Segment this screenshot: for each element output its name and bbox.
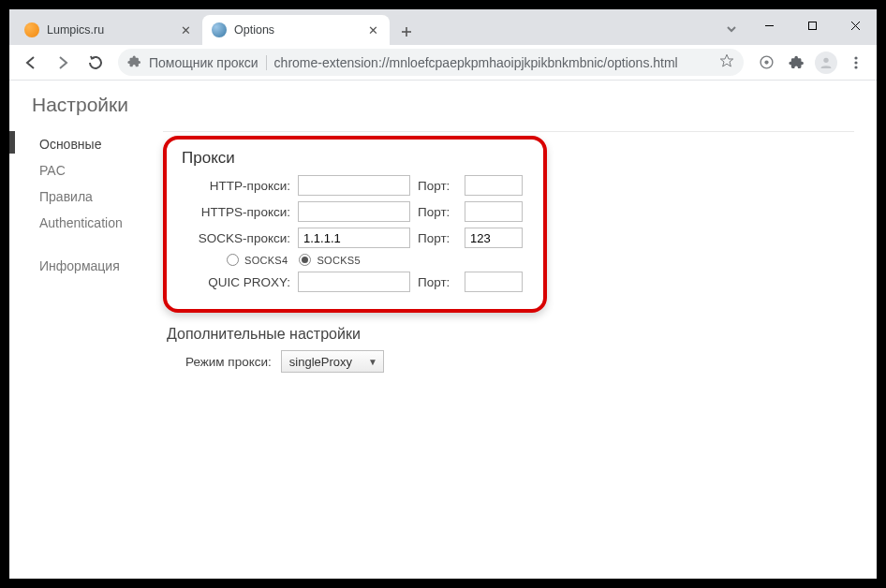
browser-menu-button[interactable] [843,50,869,76]
quic-proxy-row: QUIC PROXY: Порт: [197,272,530,292]
window-minimize-button[interactable] [747,9,790,41]
active-marker [9,131,15,154]
https-proxy-label: HTTPS-прокси: [197,205,290,219]
tab-label: Lumpics.ru [47,23,170,37]
lumpics-favicon [24,22,39,37]
https-proxy-row: HTTPS-прокси: Порт: [197,201,530,222]
svg-point-12 [854,66,857,68]
browser-toolbar: Помощник прокси chrome-extension://mnloe… [9,45,877,81]
quic-proxy-port-input[interactable] [465,272,523,292]
https-proxy-port-input[interactable] [465,201,523,222]
proxy-mode-row: Режим прокси: singleProxy ▼ [185,350,854,373]
sidebar-item-rules[interactable]: Правила [32,184,163,210]
quic-proxy-port-label: Порт: [418,275,457,289]
socks4-radio[interactable] [227,254,239,266]
settings-main: Прокси HTTP-прокси: Порт: HTTPS-прокси: [163,131,854,373]
tab-options[interactable]: Options ✕ [202,15,390,45]
socks5-radio[interactable] [299,254,311,266]
extension-name: Помощник прокси [149,55,258,70]
http-proxy-port-input[interactable] [465,175,523,196]
https-proxy-port-label: Порт: [418,205,457,219]
tab-lumpics[interactable]: Lumpics.ru ✕ [15,15,202,45]
close-icon[interactable]: ✕ [178,22,193,37]
socks-proxy-port-label: Порт: [418,231,457,245]
sidebar-gap [32,236,163,253]
reload-button[interactable] [81,49,109,77]
newtab-button[interactable] [393,19,420,45]
socks5-label: SOCKS5 [317,255,360,266]
socks-proxy-row: SOCKS-прокси: Порт: [197,228,530,248]
socks-version-row: SOCKS4 SOCKS5 [227,254,530,266]
extensions-puzzle-icon[interactable] [783,50,809,76]
extension-icon [127,54,141,71]
advanced-heading: Дополнительные настройки [167,326,854,343]
svg-point-9 [823,57,828,62]
sidebar-item-info[interactable]: Информация [32,253,163,279]
address-bar[interactable]: Помощник прокси chrome-extension://mnloe… [118,49,744,76]
http-proxy-label: HTTP-прокси: [197,179,290,193]
quic-proxy-host-input[interactable] [298,272,410,292]
divider [163,131,854,132]
socks-proxy-label: SOCKS-прокси: [197,231,290,245]
https-proxy-host-input[interactable] [298,201,410,222]
socks4-label: SOCKS4 [244,255,288,266]
options-favicon [212,22,227,37]
window-controls [747,9,877,41]
svg-point-8 [764,60,768,64]
proxy-section-highlight: Прокси HTTP-прокси: Порт: HTTPS-прокси: [163,136,547,313]
page-content: Настройки Основные PAC Правила Authentic… [9,81,877,579]
http-proxy-host-input[interactable] [298,175,410,196]
page-title: Настройки [32,94,854,116]
proxy-mode-select[interactable]: singleProxy ▼ [281,350,384,373]
close-icon[interactable]: ✕ [365,22,380,37]
socks-proxy-host-input[interactable] [298,228,410,248]
sidebar-item-pac[interactable]: PAC [32,157,163,184]
tablist-dropdown-button[interactable] [717,15,746,43]
window-close-button[interactable] [834,9,877,41]
bookmark-star-icon[interactable] [719,53,734,71]
sidebar-item-auth[interactable]: Authentication [32,210,163,236]
svg-point-10 [854,56,857,59]
tab-label: Options [234,23,358,37]
http-proxy-row: HTTP-прокси: Порт: [197,175,530,196]
forward-button[interactable] [49,49,77,77]
svg-point-11 [854,61,857,64]
separator [266,55,267,70]
svg-marker-6 [720,54,732,66]
quic-proxy-label: QUIC PROXY: [197,275,290,289]
settings-sidebar: Основные PAC Правила Authentication Инфо… [32,131,163,373]
sidebar-item-main[interactable]: Основные [32,131,163,157]
profile-avatar[interactable] [813,50,839,76]
http-proxy-port-label: Порт: [418,179,457,193]
socks-proxy-port-input[interactable] [465,228,523,248]
proxy-heading: Прокси [182,149,530,168]
window-maximize-button[interactable] [790,9,834,41]
chevron-down-icon: ▼ [368,357,377,367]
extension-menu-icon[interactable] [753,50,779,76]
back-button[interactable] [17,49,45,77]
proxy-mode-label: Режим прокси: [185,355,272,369]
proxy-mode-value: singleProxy [289,355,352,369]
url-text: chrome-extension://mnloefcpaepkpmhaoipjk… [274,55,712,70]
svg-rect-1 [808,22,816,29]
